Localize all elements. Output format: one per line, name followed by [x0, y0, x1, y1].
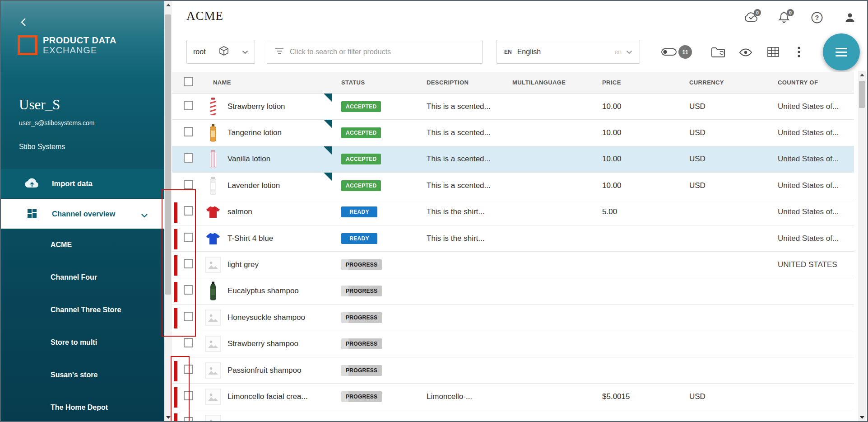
row-checkbox[interactable] [184, 101, 193, 110]
row-checkbox[interactable] [184, 153, 193, 163]
product-name: Tangerine lotion [227, 128, 282, 137]
column-header-multilanguage[interactable]: MULTILANGUAGE [503, 79, 593, 86]
menu-fab-button[interactable] [823, 33, 860, 70]
table-row[interactable]: Eucalyptus shampooPROGRESS [172, 278, 854, 305]
row-checkbox[interactable] [184, 259, 193, 268]
price-cell: 10.00 [593, 102, 680, 111]
description-cell: This is a scented... [417, 155, 503, 164]
sidebar-channel-acme[interactable]: ACME [1, 229, 164, 261]
description-cell: This is a scented... [417, 128, 503, 137]
table-row[interactable]: Honeysuckle shampooPROGRESS [172, 305, 854, 331]
scroll-down-button[interactable] [164, 413, 172, 421]
sidebar-channel-channel-three-store[interactable]: Channel Three Store [1, 294, 164, 326]
status-badge: PROGRESS [341, 312, 382, 323]
sidebar-channel-the-home-depot[interactable]: The Home Depot [1, 391, 164, 422]
row-checkbox[interactable] [184, 180, 193, 189]
product-name: Strawberry lotion [227, 102, 285, 111]
column-header-status[interactable]: STATUS [332, 79, 417, 86]
product-table: NAMESTATUSDESCRIPTIONMULTILANGUAGEPRICEC… [172, 72, 854, 422]
product-name: Limoncello facial crea... [227, 392, 308, 401]
sidebar-scrollbar[interactable] [164, 1, 172, 421]
product-thumbnail-tangerine-bottle [205, 123, 221, 142]
collapse-sidebar-button[interactable] [19, 17, 31, 29]
root-node-selector[interactable]: root [186, 40, 255, 64]
scroll-down-button[interactable] [858, 413, 866, 421]
dashboard-grid-icon [24, 208, 40, 219]
folder-sync-button[interactable] [711, 46, 725, 60]
account-button[interactable] [843, 12, 857, 25]
logo-mark-icon [18, 35, 37, 55]
column-header-currency[interactable]: CURRENCY [680, 79, 768, 86]
status-badge: ACCEPTED [341, 127, 381, 138]
sidebar-item-label: Import data [52, 179, 93, 188]
description-cell: Limoncello-... [417, 392, 503, 401]
preview-button[interactable] [739, 47, 752, 59]
row-checkbox[interactable] [184, 338, 193, 347]
scroll-up-button[interactable] [858, 71, 866, 79]
notifications-button[interactable]: 0 [777, 12, 791, 25]
corner-flag-icon [324, 94, 332, 102]
currency-cell: USD [680, 128, 768, 137]
product-thumbnail-green-bottle [205, 281, 221, 300]
product-thumbnail-placeholder [205, 389, 221, 405]
column-header-name[interactable]: NAME [204, 79, 332, 86]
table-row[interactable]: Tangerine lotionACCEPTEDThis is a scente… [172, 120, 854, 146]
table-view-button[interactable] [767, 47, 780, 59]
select-all-checkbox[interactable] [184, 77, 193, 86]
row-checkbox[interactable] [184, 391, 193, 400]
person-icon [844, 11, 856, 26]
table-row[interactable]: light greyPROGRESSUNITED STATES [172, 252, 854, 278]
table-row[interactable]: Strawberry shampooPROGRESS [172, 331, 854, 357]
product-name: Honeysuckle shampoo [227, 313, 305, 322]
table-row[interactable]: Lavender lotionACCEPTEDThis is a scented… [172, 173, 854, 199]
currency-cell: USD [680, 155, 768, 164]
hamburger-icon [836, 48, 847, 49]
search-box [267, 40, 483, 64]
row-checkbox[interactable] [184, 206, 193, 216]
sidebar-channel-channel-four[interactable]: Channel Four [1, 261, 164, 294]
table-scrollbar[interactable] [858, 71, 866, 421]
sidebar-item-import-data[interactable]: Import data [1, 169, 164, 198]
mapping-toggle-button[interactable] [661, 47, 677, 59]
more-options-button[interactable] [798, 46, 800, 60]
triangle-up-icon [860, 74, 864, 76]
row-checkbox[interactable] [184, 312, 193, 321]
table-row[interactable]: Passionfruit shampooPROGRESS [172, 357, 854, 384]
logo-line1: PRODUCT DATA [43, 35, 116, 45]
column-header-country-of[interactable]: COUNTRY OF [768, 79, 854, 86]
help-button[interactable]: ? [810, 12, 824, 25]
table-row[interactable] [172, 410, 854, 422]
row-checkbox[interactable] [184, 365, 193, 374]
sidebar-channel-store-to-multi[interactable]: Store to multi [1, 326, 164, 359]
channel-list: ACMEChannel FourChannel Three StoreStore… [1, 229, 164, 422]
table-row[interactable]: salmonREADYThis is the shirt...5.00Unite… [172, 199, 854, 225]
row-checkbox[interactable] [184, 127, 193, 136]
table-row[interactable]: Vanilla lotionACCEPTEDThis is a scented.… [172, 146, 854, 173]
table-row[interactable]: Strawberry lotionACCEPTEDThis is a scent… [172, 94, 854, 120]
column-header-description[interactable]: DESCRIPTION [417, 79, 503, 86]
sidebar-item-channel-overview[interactable]: Channel overview [1, 199, 164, 229]
row-checkbox[interactable] [184, 417, 193, 422]
product-thumbnail-vanilla-tube [205, 150, 221, 169]
scrollbar-thumb[interactable] [859, 81, 865, 108]
table-header-row: NAMESTATUSDESCRIPTIONMULTILANGUAGEPRICEC… [172, 72, 854, 94]
sidebar-channel-susan-s-store[interactable]: Susan's store [1, 359, 164, 391]
product-name: Lavender lotion [227, 181, 280, 190]
scroll-up-button[interactable] [164, 1, 172, 9]
cloud-sync-button[interactable]: 0 [744, 12, 758, 25]
table-row[interactable]: T-Shirt 4 blueREADYThis is the shirt...U… [172, 225, 854, 252]
country-cell: United States of... [768, 155, 854, 164]
scrollbar-thumb[interactable] [165, 14, 171, 295]
product-thumbnail-lavender-bottle [205, 176, 221, 195]
search-input[interactable] [290, 48, 475, 56]
table-row[interactable]: Limoncello facial crea...PROGRESSLimonce… [172, 384, 854, 410]
column-header-price[interactable]: PRICE [593, 79, 680, 86]
sidebar-item-label: Channel overview [52, 210, 115, 218]
row-checkbox[interactable] [184, 285, 193, 295]
row-checkbox[interactable] [184, 233, 193, 242]
corner-flag-icon [324, 146, 332, 155]
language-selector[interactable]: EN English en [497, 40, 640, 64]
status-badge: READY [341, 206, 377, 217]
price-cell: 10.00 [593, 128, 680, 137]
price-cell: 10.00 [593, 181, 680, 190]
